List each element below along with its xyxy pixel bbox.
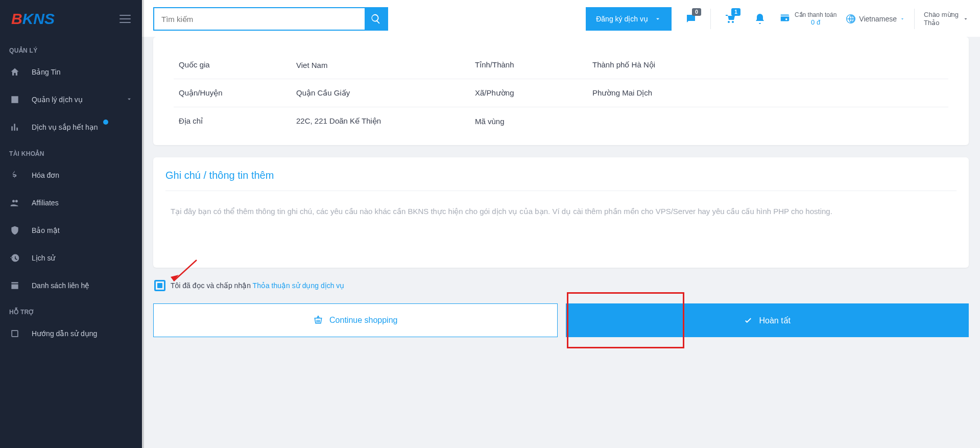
chevron-down-icon [126, 96, 133, 104]
sidebar-item-invoice[interactable]: Hóa đơn [0, 161, 142, 189]
wallet-icon [779, 12, 791, 25]
pending-payment-amount: 0 đ [795, 18, 836, 27]
basket-icon [313, 315, 323, 325]
cell-label: Tỉnh/Thành [470, 51, 587, 79]
account-box-icon [9, 94, 20, 105]
tos-link[interactable]: Thỏa thuận sử dụng dịch vụ [253, 281, 345, 290]
people-icon [9, 197, 20, 208]
cell-label: Quốc gia [174, 51, 291, 79]
cell-value: Phường Mai Dịch [587, 79, 948, 107]
history-icon [9, 252, 20, 264]
cell-value: 22C, 221 Doãn Kế Thiện [291, 107, 470, 135]
dollar-icon [9, 170, 20, 181]
button-row: Continue shopping Hoàn tất [153, 303, 969, 337]
content: Quốc gia Viet Nam Tỉnh/Thành Thành phố H… [142, 37, 980, 448]
notes-title: Ghi chú / thông tin thêm [153, 157, 969, 191]
register-service-label: Đăng ký dịch vụ [596, 15, 648, 23]
globe-icon [846, 14, 856, 24]
search-box [153, 7, 388, 31]
sidebar-item-label: Bảo mật [32, 226, 60, 234]
user-menu[interactable]: Chào mừng Thảo [924, 11, 969, 27]
cell-label: Xã/Phường [470, 79, 587, 107]
complete-button[interactable]: Hoàn tất [566, 303, 969, 337]
notes-card: Ghi chú / thông tin thêm Tại đây bạn có … [153, 157, 969, 268]
sidebar-item-services[interactable]: Quản lý dịch vụ [0, 86, 142, 113]
sidebar-item-label: Quản lý dịch vụ [32, 96, 83, 104]
sidebar-item-contacts[interactable]: Danh sách liên hệ [0, 272, 142, 299]
sidebar-item-label: Affiliates [32, 199, 59, 207]
cell-value [587, 107, 948, 135]
home-icon [9, 66, 20, 78]
continue-shopping-label: Continue shopping [329, 316, 397, 325]
alerts-badge: 0 [692, 8, 701, 16]
search-button[interactable] [365, 8, 387, 30]
caret-down-icon [963, 16, 969, 22]
address-table: Quốc gia Viet Nam Tỉnh/Thành Thành phố H… [174, 51, 948, 135]
register-service-button[interactable]: Đăng ký dịch vụ [586, 7, 672, 31]
sidebar-section-support: HỖ TRỢ [0, 299, 142, 320]
sidebar-item-security[interactable]: Bảo mật [0, 217, 142, 244]
topbar: Đăng ký dịch vụ 0 1 Cần thanh toán 0 đ [142, 0, 980, 37]
sidebar-item-label: Hóa đơn [32, 171, 59, 179]
sidebar-item-history[interactable]: Lịch sử [0, 244, 142, 272]
table-row: Quốc gia Viet Nam Tỉnh/Thành Thành phố H… [174, 51, 948, 79]
chart-icon [9, 122, 20, 133]
tos-row: Tôi đã đọc và chấp nhận Thỏa thuận sử dụ… [154, 280, 969, 291]
check-icon [744, 316, 753, 325]
svg-marker-1 [171, 275, 179, 281]
info-card: Quốc gia Viet Nam Tỉnh/Thành Thành phố H… [153, 37, 969, 145]
sidebar-item-label: Dịch vụ sắp hết hạn [32, 123, 98, 131]
cell-value: Thành phố Hà Nội [587, 51, 948, 79]
sidebar-item-guide[interactable]: Hướng dẫn sử dụng [0, 320, 142, 347]
book-icon [9, 328, 20, 339]
notification-dot-icon [103, 120, 108, 125]
alerts-button[interactable]: 0 [681, 7, 701, 31]
greeting-line2: Thảo [924, 19, 959, 27]
tos-prefix: Tôi đã đọc và chấp nhận [171, 281, 253, 290]
sidebar-item-affiliates[interactable]: Affiliates [0, 189, 142, 217]
pending-payment-label: Cần thanh toán [795, 11, 836, 18]
cell-label: Mã vùng [470, 107, 587, 135]
tos-text: Tôi đã đọc và chấp nhận Thỏa thuận sử dụ… [171, 281, 344, 290]
table-row: Quận/Huyện Quận Cầu Giấy Xã/Phường Phườn… [174, 79, 948, 107]
pending-payment[interactable]: Cần thanh toán 0 đ [779, 11, 836, 27]
sidebar-item-label: Bảng Tin [32, 68, 60, 76]
search-icon [370, 13, 381, 25]
bell-button[interactable] [750, 7, 770, 31]
sidebar-section-manage: QUẢN LÝ [0, 38, 142, 58]
contacts-icon [9, 280, 20, 291]
complete-label: Hoàn tất [759, 316, 791, 325]
notes-textarea[interactable]: Tại đây bạn có thể thêm thông tin ghi ch… [153, 191, 969, 268]
cart-button[interactable]: 1 [720, 7, 740, 31]
caret-down-icon [900, 16, 905, 21]
cell-value: Quận Cầu Giấy [291, 79, 470, 107]
cell-label: Địa chỉ [174, 107, 291, 135]
sidebar-item-label: Danh sách liên hệ [32, 281, 89, 290]
cart-badge: 1 [731, 8, 740, 16]
cell-value: Viet Nam [291, 51, 470, 79]
sidebar-item-label: Lịch sử [32, 254, 55, 262]
language-selector[interactable]: Vietnamese [846, 14, 905, 24]
sidebar-section-account: TÀI KHOẢN [0, 141, 142, 161]
greeting-line1: Chào mừng [924, 11, 959, 19]
sidebar-item-dashboard[interactable]: Bảng Tin [0, 58, 142, 86]
shield-icon [9, 225, 20, 236]
menu-toggle-icon[interactable] [119, 15, 131, 23]
divider [914, 9, 915, 29]
sidebar-item-expiring[interactable]: Dịch vụ sắp hết hạn [0, 113, 142, 141]
sidebar-item-label: Hướng dẫn sử dụng [32, 329, 97, 338]
search-input[interactable] [154, 8, 365, 30]
bell-icon [754, 13, 766, 25]
tos-checkbox[interactable] [154, 280, 165, 291]
logo[interactable]: BKNS [11, 10, 55, 28]
table-row: Địa chỉ 22C, 221 Doãn Kế Thiện Mã vùng [174, 107, 948, 135]
chevron-down-icon [654, 15, 661, 22]
divider [710, 9, 711, 29]
cell-label: Quận/Huyện [174, 79, 291, 107]
sidebar: BKNS QUẢN LÝ Bảng Tin Quản lý dịch vụ Dị… [0, 0, 142, 448]
continue-shopping-button[interactable]: Continue shopping [153, 303, 558, 337]
language-label: Vietnamese [859, 15, 897, 23]
main: Đăng ký dịch vụ 0 1 Cần thanh toán 0 đ [142, 0, 980, 448]
